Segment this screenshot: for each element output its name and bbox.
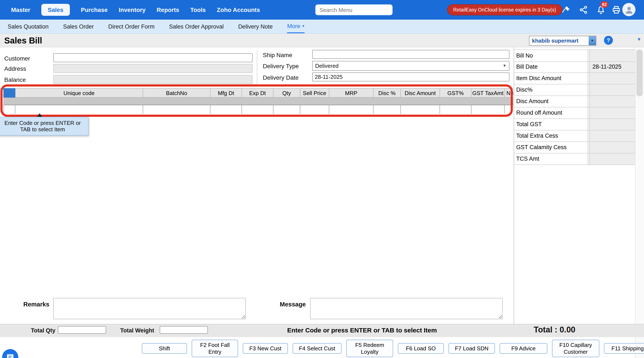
menu-item-tools[interactable]: Tools [190, 7, 206, 13]
f2-foot-fall-entry-button[interactable]: F2 Foot Fall Entry [192, 340, 238, 357]
summary-label: Round off Amount [514, 107, 590, 119]
cell-gst-percent[interactable] [440, 105, 472, 114]
ship-name-label: Ship Name [263, 52, 292, 58]
summary-row-round-off: Round off Amount [514, 107, 635, 119]
col-batch-no[interactable]: BatchNo [143, 88, 210, 98]
summary-value [590, 119, 635, 130]
total-weight-input[interactable] [160, 326, 208, 334]
chevron-down-icon: ▾ [302, 24, 304, 28]
cell-row-selector[interactable] [4, 105, 15, 114]
f10-capillary-customer-button[interactable]: F10 Capillary Customer [552, 340, 599, 357]
col-net-amount[interactable]: Ne [505, 88, 513, 98]
col-gst-taxamt[interactable]: GST TaxAmt [472, 88, 505, 98]
item-entry-tooltip: Enter Code or press ENTER or TAB to sele… [0, 117, 88, 136]
share-network-icon[interactable] [579, 5, 588, 15]
tab-delivery-note[interactable]: Delivery Note [238, 20, 272, 33]
total-weight-label: Total Weight [110, 327, 154, 334]
f3-new-cust-button[interactable]: F3 New Cust [243, 343, 288, 354]
summary-value [590, 130, 635, 142]
col-gst-percent[interactable]: GST% [440, 88, 472, 98]
delivery-type-label: Delivery Type [263, 63, 299, 70]
menu-item-reports[interactable]: Reports [157, 7, 179, 13]
license-expiry-badge[interactable]: RetailEasy OnCloud license expires in 3 … [447, 4, 562, 15]
delivery-date-input[interactable] [312, 73, 510, 81]
summary-label: Item Disc Amount [514, 73, 590, 84]
main-menu: Master Sales Purchase Inventory Reports … [0, 4, 260, 16]
shift-button[interactable]: Shift [142, 343, 187, 354]
col-sell-price[interactable]: Sell Price [300, 88, 329, 98]
summary-value [590, 153, 635, 165]
cell-exp-dt[interactable] [242, 105, 274, 114]
tab-sales-order-approval[interactable]: Sales Order Approval [169, 20, 224, 33]
summary-label: Disc% [514, 84, 590, 96]
f4-select-cust-button[interactable]: F4 Select Cust [292, 343, 342, 354]
col-disc-percent[interactable]: Disc % [374, 88, 401, 98]
help-icon[interactable]: ? [604, 36, 613, 45]
customer-input[interactable] [53, 53, 252, 62]
col-disc-amount[interactable]: Disc Amount [401, 88, 440, 98]
col-mrp[interactable]: MRP [329, 88, 374, 98]
dropdown-arrow-icon[interactable]: ▼ [589, 36, 596, 45]
ship-name-input[interactable] [312, 50, 510, 59]
menu-item-sales[interactable]: Sales [41, 4, 70, 16]
cell-disc-amount[interactable] [401, 105, 440, 114]
scrollbar-thumb[interactable] [636, 50, 643, 96]
cell-batch-no[interactable] [143, 105, 210, 114]
col-exp-dt[interactable]: Exp Dt [242, 88, 274, 98]
f7-load-sdn-button[interactable]: F7 Load SDN [448, 343, 495, 354]
total-qty-label: Total Qty [12, 327, 55, 334]
grand-total: Total : 0.00 [534, 325, 576, 334]
f5-redeem-loyalty-button[interactable]: F5 Redeem Loyalty [346, 340, 393, 357]
tab-direct-order-form[interactable]: Direct Order Form [108, 20, 154, 33]
summary-row-gst-calamity-cess: GST Calamity Cess [514, 142, 635, 153]
printer-icon[interactable] [612, 5, 621, 15]
customer-label: Customer [4, 55, 30, 62]
summary-value: 28-11-2025 [590, 61, 635, 73]
gavel-icon[interactable] [561, 5, 571, 15]
delivery-type-select[interactable]: Delivered ▼ [312, 61, 510, 71]
remarks-textarea[interactable] [53, 298, 246, 319]
cell-disc-percent[interactable] [374, 105, 401, 114]
menu-item-zoho-accounts[interactable]: Zoho Accounts [217, 7, 260, 13]
grid-row-selector-header[interactable] [4, 88, 15, 98]
store-selector-dropdown[interactable]: khabib supermart ▼ [529, 36, 596, 46]
item-grid-header: Unique code BatchNo Mfg Dt Exp Dt Qty Se… [4, 88, 513, 98]
cell-mrp[interactable] [329, 105, 374, 114]
tab-sales-quotation[interactable]: Sales Quotation [8, 20, 48, 33]
summary-label: GST Calamity Cess [514, 142, 590, 153]
tab-more[interactable]: More ▾ [287, 20, 304, 33]
col-mfg-dt[interactable]: Mfg Dt [210, 88, 242, 98]
cell-unique-code[interactable] [15, 105, 143, 114]
message-textarea[interactable] [310, 298, 502, 319]
summary-label: Total GST [514, 119, 590, 130]
store-selector-value: khabib supermart [530, 38, 589, 44]
remarks-label: Remarks [8, 301, 50, 308]
col-qty[interactable]: Qty [274, 88, 300, 98]
panel-dropdown-arrow-icon[interactable]: ▼ [637, 37, 642, 42]
menu-item-master[interactable]: Master [11, 7, 30, 13]
tab-sales-order[interactable]: Sales Order [63, 20, 94, 33]
cell-qty[interactable] [274, 105, 300, 114]
summary-row-disc-percent: Disc% [514, 84, 635, 96]
chat-bubble-icon[interactable] [2, 349, 18, 358]
summary-row-item-disc-amount: Item Disc Amount [514, 73, 635, 84]
cell-gst-taxamt[interactable] [472, 105, 505, 114]
f6-load-so-button[interactable]: F6 Load SO [398, 343, 444, 354]
cell-net-amount[interactable] [505, 105, 513, 114]
user-avatar[interactable] [622, 3, 636, 16]
col-unique-code[interactable]: Unique code [15, 88, 143, 98]
menu-item-purchase[interactable]: Purchase [81, 7, 108, 13]
search-input[interactable] [315, 4, 393, 15]
cell-sell-price[interactable] [300, 105, 329, 114]
summary-label: Total Extra Cess [514, 130, 590, 142]
balance-label: Balance [4, 76, 26, 83]
total-qty-input[interactable] [58, 326, 106, 334]
f9-advice-button[interactable]: F9 Advice [500, 343, 547, 354]
module-tab-strip: Sales Quotation Sales Order Direct Order… [0, 20, 644, 34]
f11-shipping-button[interactable]: F11 Shipping [604, 343, 644, 354]
summary-row-tcs-amt: TCS Amt [514, 153, 635, 165]
delivery-date-label: Delivery Date [263, 74, 298, 81]
cell-mfg-dt[interactable] [210, 105, 242, 114]
menu-item-inventory[interactable]: Inventory [119, 7, 146, 13]
summary-value [590, 84, 635, 96]
